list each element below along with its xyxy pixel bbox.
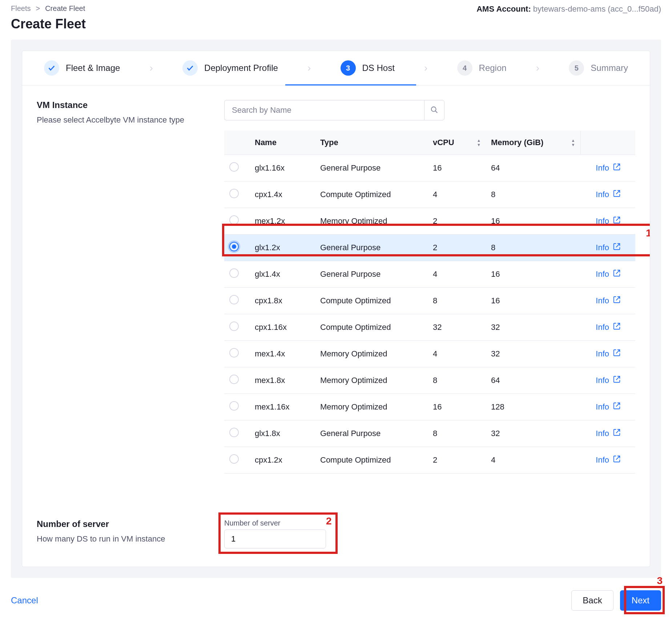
ns-subtitle: How many DS to run in VM instance	[37, 534, 204, 544]
vm-radio[interactable]	[229, 268, 239, 278]
vm-name: glx1.4x	[250, 261, 315, 288]
breadcrumb-root[interactable]: Fleets	[11, 4, 31, 13]
cancel-button[interactable]: Cancel	[11, 595, 38, 606]
breadcrumb: Fleets > Create Fleet	[11, 4, 86, 13]
next-button[interactable]: Next	[620, 590, 661, 611]
vm-radio[interactable]	[229, 348, 239, 358]
vm-radio[interactable]	[229, 162, 239, 172]
external-link-icon	[613, 428, 621, 439]
vm-vcpu: 2	[428, 447, 486, 474]
back-button[interactable]: Back	[571, 590, 613, 611]
step-region[interactable]: 4 Region	[457, 60, 507, 76]
search-button[interactable]	[424, 100, 444, 120]
step-ds-host[interactable]: 3 DS Host	[341, 60, 395, 76]
vm-vcpu: 16	[428, 394, 486, 420]
vm-radio[interactable]	[229, 189, 239, 198]
vm-info-link[interactable]: Info	[596, 428, 621, 439]
vm-radio[interactable]	[229, 375, 239, 384]
vm-name: cpx1.4x	[250, 181, 315, 208]
vm-memory: 8	[486, 181, 580, 208]
info-label: Info	[596, 296, 609, 305]
col-memory[interactable]: Memory (GiB) ▲▼	[486, 131, 580, 155]
vm-info-link[interactable]: Info	[596, 269, 621, 279]
info-label: Info	[596, 455, 609, 465]
account-value: bytewars-demo-ams (acc_0...f50ad)	[533, 4, 661, 13]
vm-radio[interactable]	[229, 401, 239, 411]
annotation-number-1: 1	[646, 227, 650, 239]
vm-vcpu: 4	[428, 261, 486, 288]
vm-info-link[interactable]: Info	[596, 375, 621, 386]
table-row[interactable]: cpx1.2xCompute Optimized24Info	[224, 447, 635, 474]
search-icon	[430, 106, 438, 115]
vm-type: General Purpose	[315, 261, 428, 288]
vm-type: Compute Optimized	[315, 288, 428, 314]
vm-info-link[interactable]: Info	[596, 322, 621, 332]
vm-instance-section: VM Instance Please select Accelbyte VM i…	[22, 85, 650, 492]
info-label: Info	[596, 216, 609, 226]
table-row[interactable]: mex1.4xMemory Optimized432Info	[224, 341, 635, 367]
vm-type: Memory Optimized	[315, 208, 428, 235]
vm-info-link[interactable]: Info	[596, 216, 621, 226]
external-link-icon	[613, 349, 621, 359]
info-label: Info	[596, 269, 609, 279]
table-row[interactable]: glx1.16xGeneral Purpose1664Info	[224, 155, 635, 181]
vm-radio[interactable]	[229, 295, 239, 304]
table-row[interactable]: mex1.8xMemory Optimized864Info	[224, 367, 635, 394]
svg-point-0	[431, 107, 436, 111]
vm-radio[interactable]	[229, 454, 239, 464]
vm-instance-title: VM Instance	[37, 100, 204, 110]
number-of-server-input[interactable]	[224, 530, 326, 548]
vm-vcpu: 2	[428, 208, 486, 235]
vm-instance-subtitle: Please select Accelbyte VM instance type	[37, 115, 204, 125]
table-row[interactable]: mex1.2xMemory Optimized216Info	[224, 208, 635, 235]
step-deployment-profile[interactable]: Deployment Profile	[182, 60, 278, 76]
vm-info-link[interactable]: Info	[596, 349, 621, 359]
vm-type: Compute Optimized	[315, 181, 428, 208]
vm-info-link[interactable]: Info	[596, 243, 621, 253]
info-label: Info	[596, 323, 609, 332]
table-row[interactable]: glx1.4xGeneral Purpose416Info	[224, 261, 635, 288]
table-row[interactable]: glx1.2xGeneral Purpose28Info	[224, 235, 635, 261]
vm-name: cpx1.16x	[250, 314, 315, 341]
wizard-footer: Cancel Back Next 3	[0, 578, 672, 625]
step-fleet-image[interactable]: Fleet & Image	[44, 60, 120, 76]
vm-radio[interactable]	[229, 322, 239, 331]
table-row[interactable]: cpx1.4xCompute Optimized48Info	[224, 181, 635, 208]
col-vcpu[interactable]: vCPU ▲▼	[428, 131, 486, 155]
table-row[interactable]: glx1.8xGeneral Purpose832Info	[224, 420, 635, 447]
step-label: Deployment Profile	[204, 63, 278, 73]
vm-radio[interactable]	[229, 428, 239, 437]
vm-info-link[interactable]: Info	[596, 402, 621, 412]
vm-name: mex1.8x	[250, 367, 315, 394]
table-row[interactable]: cpx1.8xCompute Optimized816Info	[224, 288, 635, 314]
step-number: 5	[569, 60, 584, 76]
search-input[interactable]	[224, 100, 424, 120]
number-of-server-section: Number of server How many DS to run in V…	[22, 519, 650, 567]
external-link-icon	[613, 216, 621, 226]
external-link-icon	[613, 455, 621, 465]
step-summary[interactable]: 5 Summary	[569, 60, 628, 76]
vm-type: Compute Optimized	[315, 314, 428, 341]
breadcrumb-current: Create Fleet	[45, 4, 85, 13]
vm-info-link[interactable]: Info	[596, 189, 621, 200]
vm-radio[interactable]	[229, 242, 239, 251]
vm-info-link[interactable]: Info	[596, 163, 621, 173]
vm-memory: 64	[486, 155, 580, 181]
vm-vcpu: 4	[428, 181, 486, 208]
vm-name: mex1.16x	[250, 394, 315, 420]
table-row[interactable]: mex1.16xMemory Optimized16128Info	[224, 394, 635, 420]
chevron-right-icon: ›	[424, 62, 427, 74]
vm-radio[interactable]	[229, 215, 239, 225]
external-link-icon	[613, 322, 621, 332]
vm-memory: 8	[486, 235, 580, 261]
step-label: DS Host	[362, 63, 395, 73]
step-label: Summary	[591, 63, 628, 73]
ns-title: Number of server	[37, 519, 204, 529]
table-row[interactable]: cpx1.16xCompute Optimized3232Info	[224, 314, 635, 341]
vm-info-link[interactable]: Info	[596, 296, 621, 306]
check-icon	[182, 60, 198, 76]
vm-type: General Purpose	[315, 155, 428, 181]
vm-vcpu: 8	[428, 420, 486, 447]
svg-line-1	[435, 111, 438, 113]
vm-info-link[interactable]: Info	[596, 455, 621, 465]
